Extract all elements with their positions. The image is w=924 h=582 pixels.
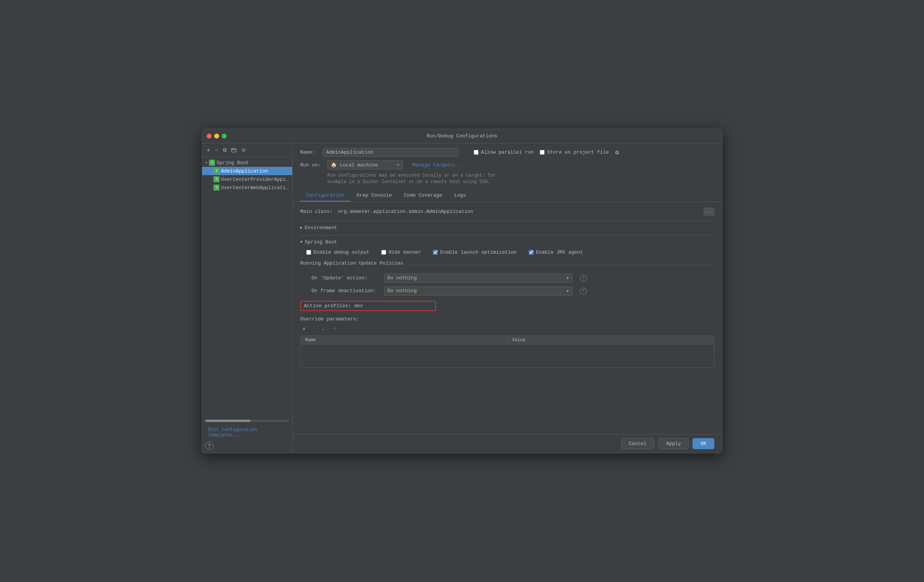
usercenter-web-icon: 🍃 [213, 185, 219, 190]
enable-debug-text: Enable debug output [314, 250, 369, 255]
divider-2 [300, 235, 714, 235]
allow-parallel-checkbox[interactable] [474, 150, 478, 155]
update-policies-title: Running Application Update Policies [300, 260, 403, 266]
on-frame-dropdown[interactable]: Do nothing ▾ [384, 286, 573, 296]
tabs-row: Configuration Grep Console Code Coverage… [300, 190, 714, 202]
params-move-down-button[interactable]: ▼ [330, 325, 340, 332]
sidebar-scrollbar-thumb [205, 420, 251, 422]
spring-boot-section-header[interactable]: ▼ Spring Boot [300, 239, 714, 245]
tab-logs[interactable]: Logs [448, 190, 472, 202]
params-name-column-header: Name [300, 336, 508, 344]
environment-chevron-icon: ▶ [300, 225, 302, 230]
hide-banner-checkbox[interactable] [381, 250, 386, 255]
on-frame-help-icon[interactable]: ? [580, 288, 587, 294]
gear-button[interactable]: ⚙ [615, 149, 620, 155]
help-button[interactable]: ? [205, 441, 213, 450]
sidebar-item-usercenter-provider[interactable]: 🍃 UserCenterProviderApplica [202, 175, 292, 184]
usercenter-web-label: UserCenterWebApplication [221, 185, 289, 190]
traffic-lights [207, 134, 227, 139]
enable-debug-checkbox[interactable] [306, 250, 311, 255]
minimize-button[interactable] [214, 134, 219, 139]
folder-button[interactable] [230, 147, 238, 154]
active-profiles-row: Active profiles: [300, 301, 714, 311]
spring-boot-section-title: Spring Boot [305, 239, 337, 245]
manage-targets-link[interactable]: Manage targets... [412, 162, 463, 168]
maximize-button[interactable] [222, 134, 227, 139]
house-icon: 🏠 [331, 162, 337, 168]
on-update-value: Do nothing [387, 275, 417, 281]
main-class-value: org.demeter.application.admin.AdminAppli… [338, 209, 701, 214]
allow-parallel-label: Allow parallel run [481, 149, 534, 155]
params-toolbar: + − ▲ ▼ [300, 325, 714, 332]
close-button[interactable] [207, 134, 211, 139]
sidebar-tree: ▾ 🍃 Spring Boot 🍃 AdminApplication 🍃 Use… [202, 157, 292, 418]
tab-code-coverage[interactable]: Code Coverage [398, 190, 448, 202]
usercenter-provider-label: UserCenterProviderApplica [221, 177, 289, 182]
run-on-label: Run on: [300, 162, 323, 168]
add-config-button[interactable]: + [205, 146, 211, 154]
params-add-button[interactable]: + [300, 325, 308, 332]
params-remove-button[interactable]: − [309, 325, 317, 332]
on-update-help-icon[interactable]: ? [580, 275, 587, 281]
sidebar-item-admin-application[interactable]: 🍃 AdminApplication [202, 167, 292, 175]
remove-config-button[interactable]: − [213, 146, 219, 154]
copy-config-button[interactable]: ⧉ [221, 146, 228, 154]
main-content-area: + − ⧉ ▾ [202, 144, 722, 453]
sort-button[interactable] [239, 147, 248, 154]
on-update-dropdown-arrow-icon: ▾ [566, 275, 569, 281]
svg-rect-0 [231, 149, 236, 152]
local-machine-dropdown[interactable]: 🏠 Local machine ▾ [327, 160, 403, 169]
spring-boot-group-label: Spring Boot [216, 160, 249, 166]
store-project-file-checkbox[interactable] [540, 150, 544, 155]
on-frame-deactivation-row: On frame deactivation: Do nothing ▾ ? [300, 286, 714, 296]
description-line1: Run configurations may be executed local… [327, 173, 495, 178]
spring-boot-checkboxes: Enable debug output Hide banner Enable l… [300, 250, 714, 255]
enable-launch-optimization-checkbox[interactable] [433, 250, 438, 255]
enable-jmx-agent-text: Enable JMX agent [536, 250, 583, 255]
override-params-section: Override parameters: + − ▲ ▼ Name Value [300, 316, 714, 368]
apply-button[interactable]: Apply [658, 438, 689, 449]
run-debug-configurations-dialog: Run/Debug Configurations + − ⧉ [202, 129, 722, 453]
group-chevron-icon: ▾ [205, 160, 208, 165]
override-params-label: Override parameters: [300, 316, 714, 322]
enable-jmx-agent-checkbox[interactable] [529, 250, 534, 255]
on-frame-label: On frame deactivation: [312, 288, 380, 294]
tab-configuration[interactable]: Configuration [300, 190, 350, 202]
sidebar-toolbar: + − ⧉ [202, 144, 292, 157]
divider-1 [300, 221, 714, 221]
edit-templates-link[interactable]: Edit configuration templates... [205, 426, 289, 439]
active-profiles-box: Active profiles: [300, 301, 436, 311]
tab-grep-console[interactable]: Grep Console [350, 190, 398, 202]
local-machine-label: Local machine [340, 162, 378, 168]
allow-parallel-checkbox-label: Allow parallel run [474, 149, 534, 155]
environment-section-header[interactable]: ▶ Environment [300, 225, 714, 231]
on-update-dropdown[interactable]: Do nothing ▾ [384, 274, 573, 283]
usercenter-provider-icon: 🍃 [213, 176, 219, 182]
name-row-right: Allow parallel run Store as project file… [474, 149, 620, 155]
active-profiles-input[interactable] [354, 303, 432, 309]
spring-boot-group[interactable]: ▾ 🍃 Spring Boot [202, 159, 292, 167]
params-value-column-header: Value [508, 336, 714, 344]
admin-app-label: AdminApplication [221, 168, 268, 174]
sidebar-item-usercenter-web[interactable]: 🍃 UserCenterWebApplication [202, 184, 292, 192]
titlebar: Run/Debug Configurations [202, 129, 722, 144]
main-class-more-button[interactable]: ··· [704, 208, 714, 215]
store-project-file-text: Store as project file [547, 149, 609, 155]
window-title: Run/Debug Configurations [427, 133, 497, 139]
on-frame-value: Do nothing [387, 288, 417, 294]
name-input[interactable] [323, 148, 459, 157]
spring-boot-group-icon: 🍃 [209, 160, 215, 166]
on-update-row: On 'Update' action: Do nothing ▾ ? [300, 274, 714, 283]
params-move-up-button[interactable]: ▲ [318, 325, 328, 332]
dialog-footer: Cancel Apply OK [293, 434, 722, 453]
run-on-row: Run on: 🏠 Local machine ▾ Manage targets… [300, 160, 714, 169]
name-field-label: Name: [300, 149, 323, 155]
active-profiles-label: Active profiles: [304, 303, 351, 309]
enable-launch-optimization-text: Enable launch optimization [440, 250, 517, 255]
main-class-row: Main class: org.demeter.application.admi… [300, 208, 714, 215]
ok-button[interactable]: OK [693, 438, 714, 449]
cancel-button[interactable]: Cancel [621, 438, 655, 449]
admin-app-icon: 🍃 [213, 168, 219, 174]
update-policies-section: Running Application Update Policies On '… [300, 260, 714, 296]
environment-section-title: Environment [305, 225, 337, 231]
